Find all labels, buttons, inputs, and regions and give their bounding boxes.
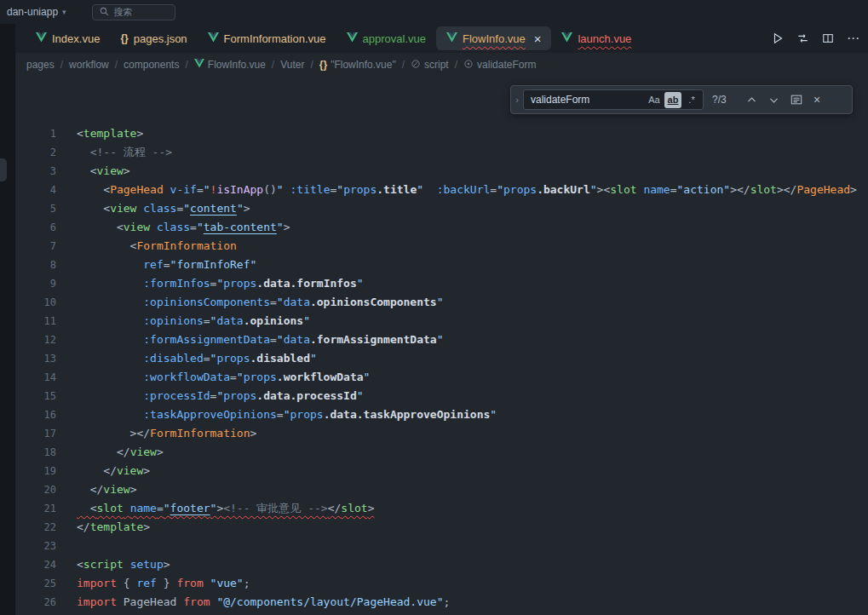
global-search-box[interactable]: 搜索: [92, 4, 175, 20]
breadcrumb: pages / workflow / components / FlowInfo…: [15, 53, 868, 77]
find-input-container: Aa ab .*: [523, 89, 704, 110]
activity-bar-indicator[interactable]: [0, 158, 7, 181]
code-line[interactable]: 21 <slot name="footer"><!-- 审批意见 --></sl…: [15, 499, 868, 518]
code-line[interactable]: 5 <view class="content">: [15, 199, 868, 218]
line-number: 14: [15, 368, 56, 387]
line-number: 6: [15, 218, 56, 237]
code-line[interactable]: 12 :formAssignmentData="data.formAssignm…: [15, 330, 868, 349]
code-text: import PageHead from "@/components/layou…: [56, 593, 450, 612]
find-widget: › Aa ab .* ?/3: [510, 85, 853, 114]
tab-approval-vue[interactable]: approval.vue: [336, 24, 436, 53]
line-number: 17: [15, 424, 56, 443]
code-text: </template>: [56, 518, 150, 537]
symbol-method-icon: [463, 59, 474, 72]
open-changes-icon[interactable]: [796, 32, 809, 44]
code-line[interactable]: 9 :formInfos="props.data.formInfos": [15, 274, 868, 293]
tab-label: Index.vue: [52, 32, 100, 45]
breadcrumb-separator: /: [272, 59, 274, 71]
toggle-replace-icon[interactable]: ›: [511, 86, 523, 113]
split-editor-icon[interactable]: [822, 32, 834, 44]
close-icon[interactable]: ×: [813, 93, 820, 106]
search-label: 搜索: [114, 6, 133, 19]
code-line[interactable]: 24<script setup>: [15, 555, 868, 574]
find-nav: ×: [746, 93, 820, 106]
code-line[interactable]: 8 ref="formInfoRef": [15, 256, 868, 274]
tab-index-vue[interactable]: Index.vue: [26, 24, 110, 53]
code-editor[interactable]: › Aa ab .* ?/3: [15, 77, 868, 615]
code-text: :taskApproveOpinions="props.data.taskApp…: [56, 405, 497, 424]
breadcrumb-item[interactable]: workflow: [69, 59, 109, 71]
vue-file-icon: [347, 32, 358, 45]
breadcrumb-separator: /: [115, 59, 118, 71]
code-line[interactable]: 14 :workflowData="props.workflowData": [15, 368, 868, 387]
code-text: <PageHead v-if="!isInApp()" :title="prop…: [56, 181, 857, 199]
code-line[interactable]: 19 </view>: [15, 462, 868, 480]
run-icon[interactable]: [772, 32, 784, 44]
close-icon[interactable]: ×: [534, 32, 542, 45]
code-line[interactable]: 22</template>: [15, 518, 868, 537]
code-line[interactable]: 25import { ref } from "vue";: [15, 574, 868, 593]
code-text: import { ref } from "vue";: [56, 574, 250, 593]
vue-file-icon: [561, 32, 572, 45]
breadcrumb-item-symbol[interactable]: validateForm: [463, 59, 536, 72]
match-case-toggle[interactable]: Aa: [646, 92, 663, 108]
breadcrumb-item-script[interactable]: script: [411, 59, 449, 72]
line-number: 2: [15, 143, 56, 162]
line-number: 16: [15, 405, 56, 424]
breadcrumb-item[interactable]: components: [124, 59, 179, 71]
code-text: :disabled="props.disabled": [56, 349, 317, 368]
find-in-selection-icon[interactable]: [790, 94, 802, 106]
code-area: 1<template>2 <!-- 流程 -->3 <view>4 <PageH…: [15, 77, 868, 612]
breadcrumb-separator: /: [185, 59, 187, 71]
next-match-icon[interactable]: [768, 95, 779, 106]
breadcrumb-separator: /: [402, 59, 405, 71]
code-line[interactable]: 2 <!-- 流程 -->: [15, 143, 868, 162]
line-number: 3: [15, 162, 56, 181]
regex-toggle[interactable]: .*: [683, 92, 700, 108]
code-line[interactable]: 4 <PageHead v-if="!isInApp()" :title="pr…: [15, 181, 868, 199]
breadcrumb-item[interactable]: pages: [26, 59, 55, 71]
code-line[interactable]: 17 ></FormInformation>: [15, 424, 868, 443]
line-number: 1: [15, 124, 56, 143]
code-text: :opinionsComponents="data.opinionsCompon…: [56, 293, 444, 312]
breadcrumb-separator: /: [455, 59, 457, 71]
tab-pages-json[interactable]: {} pages.json: [110, 24, 197, 53]
previous-match-icon[interactable]: [746, 95, 757, 106]
code-line[interactable]: 3 <view>: [15, 162, 868, 181]
search-icon: [100, 7, 109, 18]
find-input[interactable]: [531, 94, 644, 106]
line-number: 26: [15, 593, 56, 612]
tab-forminformation-vue[interactable]: FormInformation.vue: [198, 24, 336, 53]
whole-word-toggle[interactable]: ab: [664, 92, 681, 108]
code-line[interactable]: 20 </view>: [15, 480, 868, 499]
chevron-down-icon: ▾: [62, 8, 66, 16]
code-text: ref="formInfoRef": [56, 256, 256, 274]
code-line[interactable]: 16 :taskApproveOpinions="props.data.task…: [15, 405, 868, 424]
code-line[interactable]: 15 :processId="props.data.processId": [15, 387, 868, 405]
code-line[interactable]: 11 :opinions="data.opinions": [15, 312, 868, 330]
code-line[interactable]: 10 :opinionsComponents="data.opinionsCom…: [15, 293, 868, 312]
breadcrumb-item[interactable]: Vuter: [280, 59, 304, 71]
breadcrumb-item-module[interactable]: {} "FlowInfo.vue": [319, 59, 396, 71]
line-number: 21: [15, 499, 56, 518]
code-line[interactable]: 6 <view class="tab-content">: [15, 218, 868, 237]
code-text: <view>: [56, 162, 130, 181]
more-actions-icon[interactable]: ⋯: [847, 31, 859, 46]
line-number: 24: [15, 555, 56, 574]
workspace-menu[interactable]: dan-uniapp ▾: [7, 6, 66, 18]
code-line[interactable]: 23: [15, 537, 868, 555]
json-file-icon: {}: [120, 32, 128, 44]
vue-file-icon: [36, 32, 47, 45]
tab-flowinfo-vue[interactable]: FlowInfo.vue ×: [436, 26, 551, 50]
code-text: <script setup>: [56, 555, 170, 574]
code-line[interactable]: 13 :disabled="props.disabled": [15, 349, 868, 368]
tab-launch-vue[interactable]: launch.vue: [551, 24, 641, 53]
code-line[interactable]: 18 </view>: [15, 443, 868, 462]
line-number: 9: [15, 274, 56, 293]
tab-label: launch.vue: [578, 32, 631, 45]
breadcrumb-item-file[interactable]: FlowInfo.vue: [194, 59, 266, 71]
code-line[interactable]: 1<template>: [15, 124, 868, 143]
code-line[interactable]: 26import PageHead from "@/components/lay…: [15, 593, 868, 612]
code-line[interactable]: 7 <FormInformation: [15, 237, 868, 256]
editor-actions: ⋯: [772, 24, 859, 53]
